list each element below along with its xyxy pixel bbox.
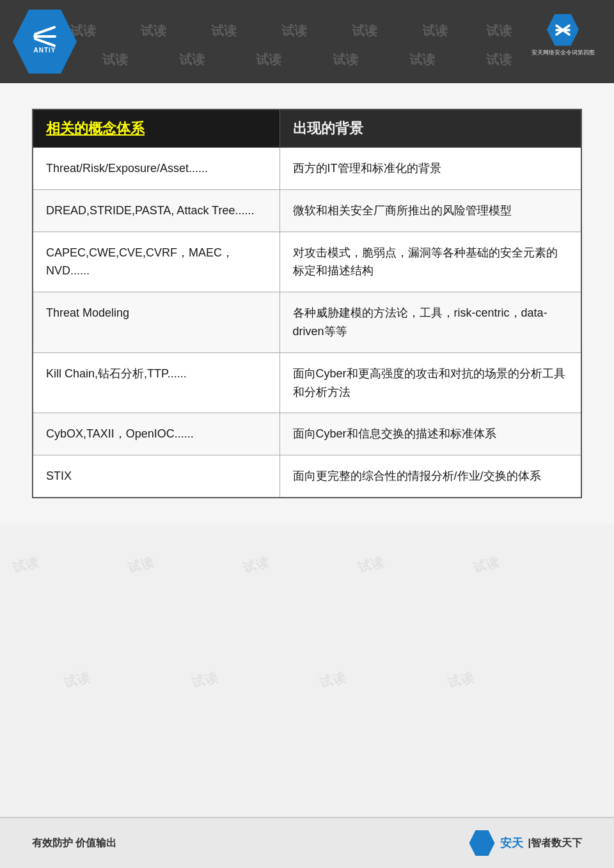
footer-logo: 安天 |智者数天下 <box>469 830 582 856</box>
right-logo-hex <box>547 14 579 46</box>
hw2: 试读 <box>141 22 166 40</box>
table-row: CybOX,TAXII，OpenIOC......面向Cyber和信息交换的描述… <box>33 413 581 455</box>
table-cell-right-0: 西方的IT管理和标准化的背景 <box>279 148 581 190</box>
table-cell-right-2: 对攻击模式，脆弱点，漏洞等各种基础的安全元素的标定和描述结构 <box>279 232 581 292</box>
hw9: 试读 <box>179 51 205 68</box>
table-row: CAPEC,CWE,CVE,CVRF，MAEC，NVD......对攻击模式，脆… <box>33 232 581 292</box>
col2-header: 出现的背景 <box>279 109 581 148</box>
table-cell-left-3: Threat Modeling <box>33 292 279 353</box>
table-cell-right-4: 面向Cyber和更高强度的攻击和对抗的场景的分析工具和分析方法 <box>279 352 581 413</box>
table-cell-right-6: 面向更完整的综合性的情报分析/作业/交换的体系 <box>279 455 581 498</box>
table-row: Kill Chain,钻石分析,TTP......面向Cyber和更高强度的攻击… <box>33 352 581 413</box>
hw3: 试读 <box>211 22 237 40</box>
footer-logo-brand: 安天 <box>500 835 523 851</box>
table-cell-right-3: 各种威胁建模的方法论，工具，risk-centric，data-driven等等 <box>279 292 581 353</box>
hw8: 试读 <box>102 51 128 68</box>
table-cell-right-5: 面向Cyber和信息交换的描述和标准体系 <box>279 413 581 455</box>
footer-logo-hex <box>469 830 495 856</box>
table-cell-left-2: CAPEC,CWE,CVE,CVRF，MAEC，NVD...... <box>33 232 279 292</box>
footer-logo-slogan: |智者数天下 <box>528 837 582 850</box>
right-logo-subtitle: 安天网络安全令词第四图 <box>531 49 595 57</box>
logo-line-1 <box>33 26 56 36</box>
table-cell-left-6: STIX <box>33 455 279 498</box>
logo-label: ANTIY <box>34 47 56 54</box>
logo-lines <box>33 29 56 43</box>
footer: 有效防护 价值输出 安天 |智者数天下 <box>0 817 614 868</box>
bw27: 试读 <box>446 668 475 691</box>
table-cell-left-0: Threat/Risk/Exposure/Asset...... <box>33 148 279 190</box>
bw23: 试读 <box>471 553 501 576</box>
col1-header: 相关的概念体系 <box>33 109 279 148</box>
bw21: 试读 <box>241 553 271 576</box>
header-logo: ANTIY <box>13 10 77 74</box>
table-cell-left-5: CybOX,TAXII，OpenIOC...... <box>33 413 279 455</box>
table-row: STIX面向更完整的综合性的情报分析/作业/交换的体系 <box>33 455 581 498</box>
bw25: 试读 <box>190 668 219 691</box>
hw6: 试读 <box>422 22 448 40</box>
hw12: 试读 <box>409 51 435 68</box>
table-row: Threat/Risk/Exposure/Asset......西方的IT管理和… <box>33 148 581 190</box>
hw7: 试读 <box>486 22 512 40</box>
right-logo-icon <box>553 20 572 40</box>
content-table: 相关的概念体系 出现的背景 Threat/Risk/Exposure/Asset… <box>32 109 582 498</box>
header: 试读 试读 试读 试读 试读 试读 试读 试读 试读 试读 试读 试读 试读 A… <box>0 0 614 83</box>
table-row: DREAD,STRIDE,PASTA, Attack Tree......微软和… <box>33 189 581 232</box>
bw26: 试读 <box>318 668 347 691</box>
bw22: 试读 <box>356 553 386 576</box>
bw20: 试读 <box>126 553 155 576</box>
main-content: 相关的概念体系 出现的背景 Threat/Risk/Exposure/Asset… <box>0 83 614 524</box>
hw13: 试读 <box>486 51 512 68</box>
header-watermarks: 试读 试读 试读 试读 试读 试读 试读 试读 试读 试读 试读 试读 试读 <box>0 0 614 83</box>
footer-text: 有效防护 价值输出 <box>32 837 116 850</box>
table-cell-right-1: 微软和相关安全厂商所推出的风险管理模型 <box>279 189 581 232</box>
bw24: 试读 <box>62 668 91 691</box>
bw19: 试读 <box>11 553 40 576</box>
table-cell-left-4: Kill Chain,钻石分析,TTP...... <box>33 352 279 413</box>
table-cell-left-1: DREAD,STRIDE,PASTA, Attack Tree...... <box>33 189 279 232</box>
hw11: 试读 <box>333 51 358 68</box>
header-right-logo: 安天网络安全令词第四图 <box>524 10 601 61</box>
logo-line-3 <box>33 37 56 47</box>
hw5: 试读 <box>352 22 377 40</box>
table-row: Threat Modeling各种威胁建模的方法论，工具，risk-centri… <box>33 292 581 353</box>
hw4: 试读 <box>281 22 307 40</box>
hw10: 试读 <box>256 51 281 68</box>
